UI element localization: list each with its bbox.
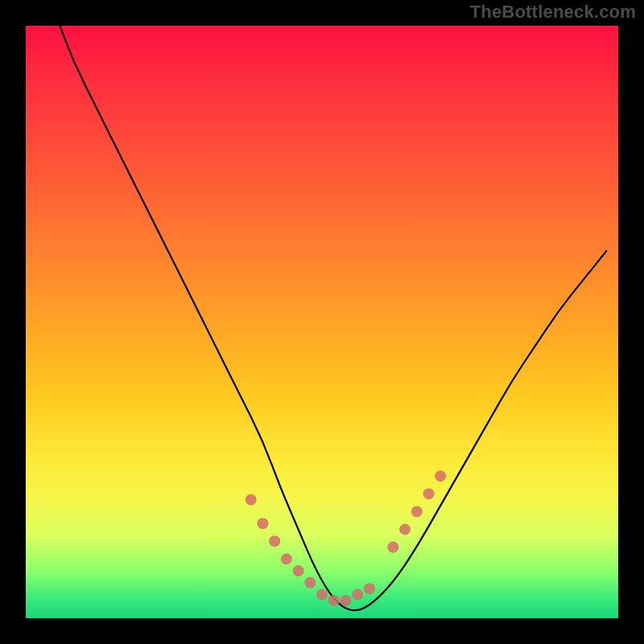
chart-frame: TheBottleneck.com (0, 0, 644, 644)
curve-marker (435, 470, 446, 481)
curve-marker (281, 553, 292, 564)
marker-cluster-left (246, 494, 316, 588)
curve-marker (316, 589, 328, 601)
curve-marker (364, 583, 375, 594)
curve-marker (293, 565, 304, 576)
plot-svg (26, 26, 618, 618)
curve-marker (257, 518, 268, 529)
curve-marker (269, 535, 280, 547)
plot-area (26, 26, 618, 618)
bottleneck-curve-path (56, 26, 607, 610)
curve-marker (411, 506, 423, 518)
curve-marker (399, 524, 411, 535)
curve-marker (328, 595, 340, 606)
curve-marker (387, 542, 398, 553)
watermark-text: TheBottleneck.com (470, 2, 636, 23)
curve-marker (304, 577, 316, 588)
curve-marker (340, 595, 351, 606)
curve-marker (352, 589, 363, 601)
curve-marker (246, 494, 257, 506)
curve-marker (423, 488, 435, 499)
